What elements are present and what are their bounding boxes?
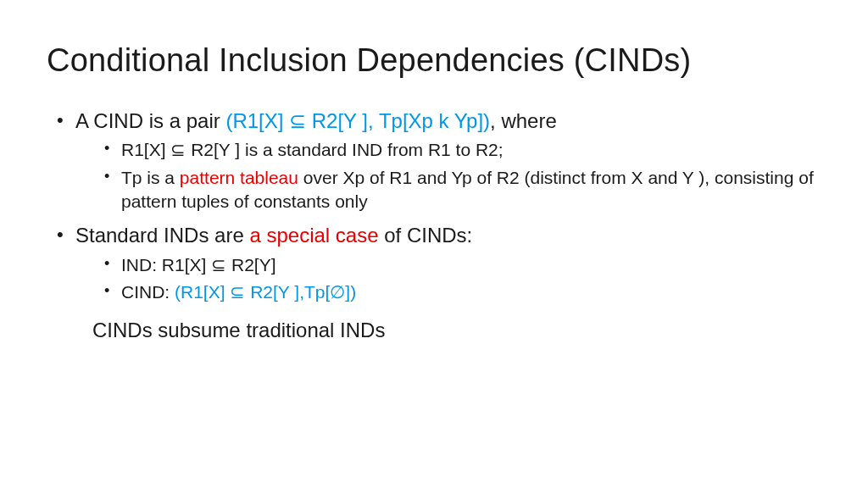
text-post: of CINDs: (379, 224, 473, 247)
bullet-special-case: Standard INDs are a special case of CIND… (57, 222, 821, 304)
highlight-pattern-tableau: pattern tableau (180, 168, 298, 187)
slide-title: Conditional Inclusion Dependencies (CIND… (47, 42, 821, 79)
text-pre: A CIND is a pair (75, 109, 225, 132)
closing-statement: CINDs subsume traditional INDs (47, 319, 821, 342)
sub-bullet-list: IND: R1[X] ⊆ R2[Y] CIND: (R1[X] ⊆ R2[Y ]… (75, 253, 821, 305)
sub-bullet-pattern-tableau: Tp is a pattern tableau over Xp of R1 an… (104, 166, 821, 214)
sub-bullet-ind-formula: IND: R1[X] ⊆ R2[Y] (104, 253, 821, 277)
sub-bullet-cind-formula: CIND: (R1[X] ⊆ R2[Y ],Tp[∅]) (104, 280, 821, 304)
text-post: , where (490, 109, 557, 132)
text-pre: CIND: (121, 282, 175, 302)
highlight-special-case: a special case (249, 224, 378, 247)
sub-bullet-list: R1[X] ⊆ R2[Y ] is a standard IND from R1… (75, 138, 821, 214)
formula-cind-empty: (R1[X] ⊆ R2[Y ],Tp[∅]) (175, 282, 356, 302)
bullet-cind-def: A CIND is a pair (R1[X] ⊆ R2[Y ], Tp[Xp … (57, 108, 821, 214)
sub-bullet-standard-ind: R1[X] ⊆ R2[Y ] is a standard IND from R1… (104, 138, 821, 162)
text-pre: Tp is a (121, 168, 180, 187)
formula-cind-pair: (R1[X] ⊆ R2[Y ], Tp[Xp k Yp]) (225, 109, 490, 132)
bullet-list: A CIND is a pair (R1[X] ⊆ R2[Y ], Tp[Xp … (47, 108, 821, 305)
text-pre: Standard INDs are (75, 224, 249, 247)
